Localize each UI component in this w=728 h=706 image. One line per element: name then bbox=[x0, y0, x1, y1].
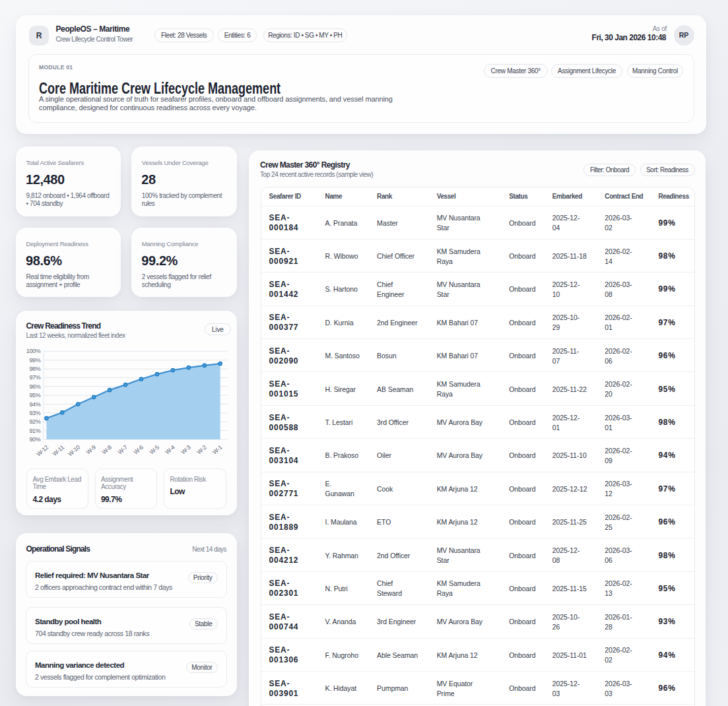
svg-text:95%: 95% bbox=[29, 392, 40, 399]
svg-text:91%: 91% bbox=[29, 428, 40, 434]
svg-text:W-10: W-10 bbox=[67, 444, 81, 458]
svg-text:97%: 97% bbox=[29, 374, 40, 381]
svg-text:W-2: W-2 bbox=[195, 444, 207, 456]
svg-text:96%: 96% bbox=[29, 383, 40, 390]
svg-text:94%: 94% bbox=[29, 401, 40, 408]
svg-text:W-1: W-1 bbox=[211, 444, 223, 456]
svg-text:W-8: W-8 bbox=[101, 444, 113, 456]
svg-text:W-9: W-9 bbox=[85, 444, 97, 456]
svg-text:90%: 90% bbox=[29, 436, 40, 443]
svg-text:W-7: W-7 bbox=[117, 444, 129, 456]
svg-text:W-6: W-6 bbox=[133, 444, 145, 456]
svg-text:92%: 92% bbox=[29, 418, 40, 425]
svg-text:99%: 99% bbox=[29, 357, 40, 364]
svg-text:W-5: W-5 bbox=[149, 444, 160, 456]
svg-text:93%: 93% bbox=[29, 410, 40, 416]
svg-text:W-3: W-3 bbox=[180, 444, 191, 456]
svg-text:100%: 100% bbox=[26, 348, 41, 354]
svg-text:98%: 98% bbox=[29, 366, 40, 372]
svg-text:W-11: W-11 bbox=[51, 444, 66, 457]
svg-text:W-4: W-4 bbox=[164, 444, 176, 456]
svg-text:W-12: W-12 bbox=[35, 444, 50, 458]
